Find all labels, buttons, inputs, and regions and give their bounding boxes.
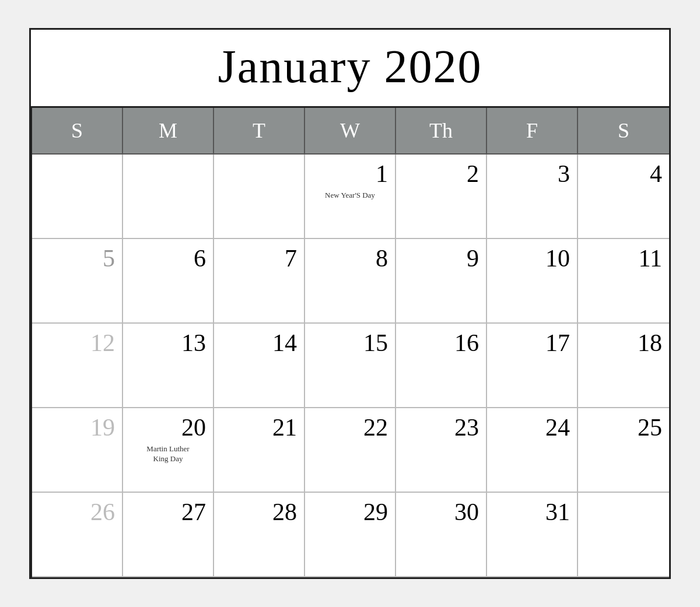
day-cell: 6 <box>123 239 214 324</box>
day-number: 8 <box>312 245 388 272</box>
day-cell: 25 <box>578 408 669 493</box>
calendar-title: January 2020 <box>31 30 669 108</box>
day-number: 15 <box>312 329 388 356</box>
day-header-w: W <box>305 108 396 155</box>
day-cell <box>32 155 123 239</box>
day-number: 21 <box>221 414 297 441</box>
day-number: 27 <box>130 499 206 525</box>
day-cell: 16 <box>396 324 487 408</box>
day-cell: 10 <box>487 239 578 324</box>
day-cell: 21 <box>214 408 305 493</box>
day-cell: 26 <box>32 493 123 577</box>
day-number: 22 <box>312 414 388 441</box>
day-number: 23 <box>403 414 479 441</box>
day-number: 11 <box>585 245 662 272</box>
day-number: 25 <box>585 414 662 441</box>
day-cell: 20Martin LutherKing Day <box>123 408 214 493</box>
day-cell: 12 <box>32 324 123 408</box>
day-number: 6 <box>130 245 206 272</box>
day-number: 29 <box>312 499 388 525</box>
day-number: 17 <box>494 329 570 356</box>
day-number: 2 <box>403 160 479 187</box>
day-number: 7 <box>221 245 297 272</box>
day-cell: 19 <box>32 408 123 493</box>
day-number: 16 <box>403 329 479 356</box>
day-cell: 18 <box>578 324 669 408</box>
day-cell: 28 <box>214 493 305 577</box>
day-cell: 29 <box>305 493 396 577</box>
day-number: 31 <box>494 499 570 525</box>
calendar-grid: SMTWThFS1New Year'S Day23456789101112131… <box>31 108 669 577</box>
day-cell <box>214 155 305 239</box>
day-number: 20 <box>130 414 206 441</box>
day-cell: 23 <box>396 408 487 493</box>
day-number: 5 <box>39 245 115 272</box>
day-number: 24 <box>494 414 570 441</box>
day-cell: 13 <box>123 324 214 408</box>
holiday-label: New Year'S Day <box>312 191 388 201</box>
day-cell: 17 <box>487 324 578 408</box>
day-cell: 8 <box>305 239 396 324</box>
day-cell: 9 <box>396 239 487 324</box>
day-number: 4 <box>585 160 662 187</box>
day-header-th: Th <box>396 108 487 155</box>
day-header-s: S <box>578 108 669 155</box>
day-cell: 30 <box>396 493 487 577</box>
day-number: 9 <box>403 245 479 272</box>
day-cell <box>578 493 669 577</box>
day-cell: 24 <box>487 408 578 493</box>
day-cell: 31 <box>487 493 578 577</box>
day-number: 1 <box>312 160 388 187</box>
day-cell <box>123 155 214 239</box>
day-cell: 1New Year'S Day <box>305 155 396 239</box>
day-number: 13 <box>130 329 206 356</box>
day-cell: 27 <box>123 493 214 577</box>
day-header-s: S <box>32 108 123 155</box>
day-cell: 22 <box>305 408 396 493</box>
day-number: 12 <box>39 329 115 356</box>
day-cell: 5 <box>32 239 123 324</box>
day-number: 30 <box>403 499 479 525</box>
day-header-f: F <box>487 108 578 155</box>
day-cell: 2 <box>396 155 487 239</box>
day-header-m: M <box>123 108 214 155</box>
day-number: 26 <box>39 499 115 525</box>
day-cell: 7 <box>214 239 305 324</box>
day-number: 19 <box>39 414 115 441</box>
day-number: 10 <box>494 245 570 272</box>
day-cell: 14 <box>214 324 305 408</box>
day-header-t: T <box>214 108 305 155</box>
day-number: 18 <box>585 329 662 356</box>
day-cell: 11 <box>578 239 669 324</box>
day-number: 14 <box>221 329 297 356</box>
day-number: 3 <box>494 160 570 187</box>
day-cell: 4 <box>578 155 669 239</box>
day-cell: 15 <box>305 324 396 408</box>
holiday-label: Martin LutherKing Day <box>130 444 206 464</box>
calendar: January 2020 SMTWThFS1New Year'S Day2345… <box>29 28 671 579</box>
day-number: 28 <box>221 499 297 525</box>
day-cell: 3 <box>487 155 578 239</box>
